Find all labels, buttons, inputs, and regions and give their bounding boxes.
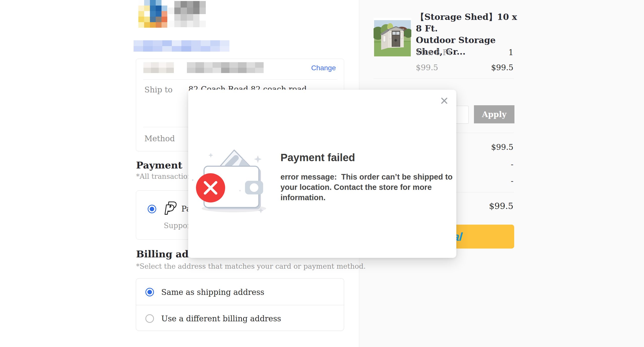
method-label: Method xyxy=(144,134,175,143)
product-title-line1: 【Storage Shed】10 x 8 Ft. xyxy=(416,11,521,34)
payment-failed-dialog: Payment failed error message: This order… xyxy=(188,90,456,258)
change-address-link[interactable]: Change xyxy=(311,64,336,72)
checkout-page: 【Storage Shed】10 x 8 Ft. Outdoor Storage… xyxy=(0,0,644,347)
product-image xyxy=(374,18,411,57)
payment-section-title: Payment xyxy=(136,159,182,171)
card-divider xyxy=(136,305,344,305)
apply-coupon-button[interactable]: Apply xyxy=(474,105,514,123)
shipping-value: - xyxy=(511,160,513,169)
store-logo xyxy=(138,0,167,28)
subtotal-value: $99.5 xyxy=(491,143,513,152)
same-as-shipping-radio[interactable] xyxy=(145,288,154,296)
breadcrumb[interactable] xyxy=(134,40,229,52)
product-quantity: 1 xyxy=(508,48,513,57)
ship-to-label: Ship to xyxy=(144,85,173,94)
discount-value: - xyxy=(511,176,513,185)
dialog-title: Payment failed xyxy=(280,152,355,164)
product-line-total: $99.5 xyxy=(491,63,513,72)
store-name-blurred xyxy=(168,1,206,27)
billing-note: *Select the address that matches your ca… xyxy=(136,262,366,270)
dialog-error-message: error message: This order can’t be shipp… xyxy=(280,172,454,203)
billing-address-card: Same as shipping address Use a different… xyxy=(136,278,344,331)
order-total-value: $99.5 xyxy=(489,201,513,211)
card-divider xyxy=(143,79,337,80)
paypal-p-icon xyxy=(164,200,177,218)
contact-name-blurred xyxy=(143,62,174,73)
different-billing-label: Use a different billing address xyxy=(161,314,281,323)
wallet-error-illustration xyxy=(191,146,284,224)
summary-divider-1 xyxy=(374,79,514,79)
contact-email-blurred xyxy=(187,62,264,73)
product-variant: 10 x 8 Ft xyxy=(416,48,513,57)
close-icon[interactable] xyxy=(440,96,449,105)
same-as-shipping-label: Same as shipping address xyxy=(161,288,264,297)
different-billing-radio[interactable] xyxy=(145,314,154,323)
paypal-method-radio[interactable] xyxy=(148,205,156,213)
